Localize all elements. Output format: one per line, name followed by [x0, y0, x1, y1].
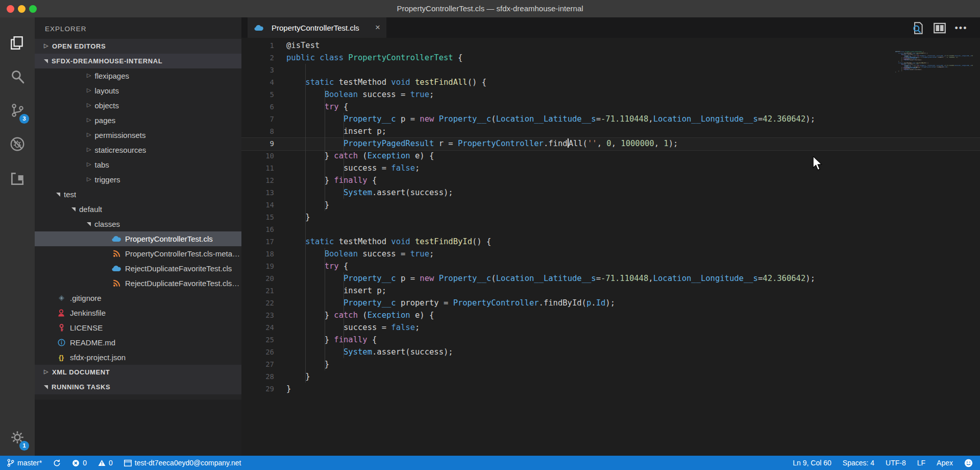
- status-lf[interactable]: LF: [917, 459, 925, 467]
- activity-source-control-icon[interactable]: 3: [0, 94, 35, 127]
- code-line-24[interactable]: success = false;: [286, 321, 980, 334]
- section-open-editors[interactable]: ▷OPEN EDITORS: [35, 39, 241, 54]
- line-number[interactable]: 7: [241, 113, 274, 125]
- line-number[interactable]: 29: [241, 383, 274, 395]
- tab-propertycontrollertest[interactable]: PropertyControllerTest.cls ×: [248, 17, 386, 38]
- tree-item-tabs[interactable]: ▷tabs: [35, 157, 241, 172]
- code-line-4[interactable]: static testMethod void testFindAll() {: [286, 76, 980, 88]
- code-line-25[interactable]: } finally {: [286, 334, 980, 346]
- status-warning[interactable]: 0: [98, 459, 113, 467]
- activity-settings-icon[interactable]: 1: [0, 421, 35, 454]
- code-line-10[interactable]: } catch (Exception e) {: [286, 150, 980, 162]
- activity-extensions-icon[interactable]: [0, 162, 35, 195]
- code-content[interactable]: @isTestpublic class PropertyControllerTe…: [286, 39, 980, 395]
- status-branch[interactable]: master*: [7, 459, 42, 467]
- code-line-1[interactable]: @isTest: [286, 39, 980, 52]
- tree-item-propertycontrollertest-cls-meta-xml[interactable]: PropertyControllerTest.cls-meta.xml: [35, 246, 241, 261]
- section-xml-document[interactable]: ▷XML DOCUMENT: [35, 365, 241, 380]
- line-number[interactable]: 18: [241, 248, 274, 260]
- code-line-21[interactable]: insert p;: [286, 285, 980, 297]
- line-number[interactable]: 5: [241, 88, 274, 101]
- line-number[interactable]: 19: [241, 260, 274, 272]
- line-number[interactable]: 17: [241, 236, 274, 248]
- status-sync[interactable]: [53, 459, 61, 467]
- activity-explorer-icon[interactable]: [0, 27, 35, 59]
- code-line-2[interactable]: public class PropertyControllerTest {: [286, 52, 980, 64]
- tree-item-sfdx-project-json[interactable]: {}sfdx-project.json: [35, 350, 241, 365]
- line-number[interactable]: 24: [241, 321, 274, 334]
- line-number[interactable]: 13: [241, 186, 274, 199]
- line-number[interactable]: 12: [241, 174, 274, 186]
- section-running-tasks[interactable]: RUNNING TASKS: [35, 380, 241, 394]
- code-line-27[interactable]: }: [286, 358, 980, 370]
- line-number[interactable]: 26: [241, 346, 274, 358]
- line-number[interactable]: 8: [241, 125, 274, 137]
- activity-debug-icon[interactable]: [0, 128, 35, 160]
- code-line-28[interactable]: }: [286, 370, 980, 383]
- line-number[interactable]: 11: [241, 162, 274, 174]
- code-line-14[interactable]: }: [286, 199, 980, 211]
- tree-item-layouts[interactable]: ▷layouts: [35, 83, 241, 98]
- line-number[interactable]: 3: [241, 64, 274, 76]
- line-number-gutter[interactable]: 1234567891011121314151617181920212223242…: [241, 39, 274, 395]
- status-apex[interactable]: Apex: [937, 459, 953, 467]
- code-line-22[interactable]: Property__c property = PropertyControlle…: [286, 297, 980, 309]
- line-number[interactable]: 9: [241, 137, 274, 150]
- code-line-19[interactable]: try {: [286, 260, 980, 272]
- tree-item-jenkinsfile[interactable]: Jenkinsfile: [35, 306, 241, 320]
- line-number[interactable]: 25: [241, 334, 274, 346]
- code-line-17[interactable]: static testMethod void testFindById() {: [286, 236, 980, 248]
- tree-item-triggers[interactable]: ▷triggers: [35, 172, 241, 187]
- activity-search-icon[interactable]: [0, 60, 35, 93]
- tree-item-classes[interactable]: classes: [35, 217, 241, 231]
- line-number[interactable]: 20: [241, 272, 274, 285]
- more-actions-icon[interactable]: •••: [952, 21, 970, 35]
- tree-item-default[interactable]: default: [35, 202, 241, 217]
- code-line-11[interactable]: success = false;: [286, 162, 980, 174]
- status-utf-8[interactable]: UTF-8: [886, 459, 906, 467]
- code-line-29[interactable]: }: [286, 383, 980, 395]
- tree-item-rejectduplicatefavoritetest-cls[interactable]: RejectDuplicateFavoriteTest.cls: [35, 261, 241, 276]
- tree-item-rejectduplicatefavoritetest-cls-me[interactable]: RejectDuplicateFavoriteTest.cls-me...: [35, 276, 241, 291]
- tree-item-flexipages[interactable]: ▷flexipages: [35, 68, 241, 83]
- line-number[interactable]: 4: [241, 76, 274, 88]
- code-line-6[interactable]: try {: [286, 101, 980, 113]
- code-line-23[interactable]: } catch (Exception e) {: [286, 309, 980, 321]
- tree-item-license[interactable]: LICENSE: [35, 320, 241, 335]
- status-window[interactable]: test-dt7eeca0eyd0@company.net: [124, 459, 241, 467]
- line-number[interactable]: 23: [241, 309, 274, 321]
- code-line-12[interactable]: } finally {: [286, 174, 980, 186]
- code-line-18[interactable]: Boolean success = true;: [286, 248, 980, 260]
- section-sfdx-dreamhouse-internal[interactable]: SFDX-DREAMHOUSE-INTERNAL: [35, 54, 241, 68]
- line-number[interactable]: 27: [241, 358, 274, 370]
- tree-item-objects[interactable]: ▷objects: [35, 98, 241, 113]
- code-line-16[interactable]: [286, 223, 980, 236]
- line-number[interactable]: 1: [241, 39, 274, 52]
- status-spaces-4[interactable]: Spaces: 4: [843, 459, 874, 467]
- tree-item-permissionsets[interactable]: ▷permissionsets: [35, 128, 241, 143]
- line-number[interactable]: 10: [241, 150, 274, 162]
- code-line-7[interactable]: Property__c p = new Property__c(Location…: [286, 113, 980, 125]
- code-line-9[interactable]: PropertyPagedResult r = PropertyControll…: [286, 137, 980, 150]
- line-number[interactable]: 22: [241, 297, 274, 309]
- line-number[interactable]: 21: [241, 285, 274, 297]
- tree-item-test[interactable]: test: [35, 187, 241, 202]
- tree-item-staticresources[interactable]: ▷staticresources: [35, 143, 241, 157]
- line-number[interactable]: 2: [241, 52, 274, 64]
- open-search-in-file-icon[interactable]: [909, 21, 926, 35]
- tab-close-icon[interactable]: ×: [375, 22, 380, 33]
- status-error[interactable]: 0: [72, 459, 87, 467]
- code-line-3[interactable]: [286, 64, 980, 76]
- code-line-15[interactable]: }: [286, 211, 980, 223]
- code-line-5[interactable]: Boolean success = true;: [286, 88, 980, 101]
- tree-item-propertycontrollertest-cls[interactable]: PropertyControllerTest.cls: [35, 231, 241, 246]
- code-line-13[interactable]: System.assert(success);: [286, 186, 980, 199]
- code-line-20[interactable]: Property__c p = new Property__c(Location…: [286, 272, 980, 285]
- line-number[interactable]: 28: [241, 370, 274, 383]
- tree-item-pages[interactable]: ▷pages: [35, 113, 241, 128]
- split-editor-icon[interactable]: [931, 21, 948, 35]
- tree-item-gitignore[interactable]: .gitignore: [35, 291, 241, 306]
- line-number[interactable]: 16: [241, 223, 274, 236]
- line-number[interactable]: 6: [241, 101, 274, 113]
- status-smiley[interactable]: [964, 459, 973, 467]
